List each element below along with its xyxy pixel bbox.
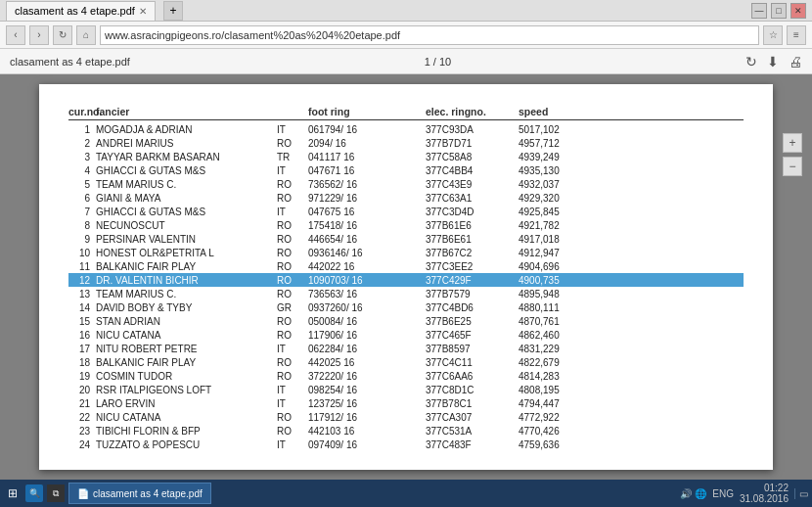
- menu-button[interactable]: ≡: [787, 25, 806, 45]
- cell-country: RO: [277, 412, 308, 423]
- forward-button[interactable]: ›: [29, 25, 49, 45]
- print-icon[interactable]: 🖨: [789, 54, 802, 69]
- cell-country: RO: [277, 275, 308, 286]
- cell-fancier: GHIACCI & GUTAS M&S: [96, 207, 277, 217]
- cell-country: IT: [277, 165, 308, 176]
- cell-footring: 061794/ 16: [308, 124, 426, 135]
- cell-elec: 377C465F: [426, 330, 519, 341]
- toolbar-actions: ↻ ⬇ 🖨: [745, 54, 802, 69]
- cell-num: 14: [68, 302, 96, 313]
- cell-num: 1: [68, 124, 96, 135]
- cell-country: RO: [277, 426, 308, 437]
- header-country: [277, 106, 308, 117]
- header-speed: speed: [519, 106, 607, 117]
- cell-num: 16: [68, 330, 96, 341]
- home-button[interactable]: ⌂: [76, 25, 96, 45]
- table-row: 6 GIANI & MAYA RO 971229/ 16 377C63A1 49…: [68, 191, 744, 205]
- search-button[interactable]: 🔍: [25, 484, 43, 502]
- tab-close-icon[interactable]: ✕: [139, 6, 147, 17]
- table-row: 11 BALKANIC FAIR PLAY RO 442022 16 377C3…: [68, 259, 744, 273]
- table-row: 19 COSMIN TUDOR RO 372220/ 16 377C6AA6 4…: [68, 369, 744, 383]
- cell-speed: 4880,111: [519, 302, 607, 313]
- cell-elec: 377B6E61: [426, 234, 519, 245]
- cell-speed: 4895,948: [519, 289, 607, 300]
- close-button[interactable]: ✕: [790, 3, 806, 19]
- task-view-button[interactable]: ⧉: [47, 484, 65, 502]
- cell-num: 13: [68, 289, 96, 300]
- url-input[interactable]: [100, 25, 759, 45]
- cell-footring: 117906/ 16: [308, 330, 426, 341]
- cell-footring: 117912/ 16: [308, 412, 426, 423]
- rotate-icon[interactable]: ↻: [745, 54, 757, 69]
- table-row: 13 TEAM MARIUS C. RO 736563/ 16 377B7579…: [68, 287, 744, 300]
- cell-elec: 377B7579: [426, 289, 519, 300]
- cell-elec: 377C43E9: [426, 179, 519, 190]
- cell-fancier: NITU ROBERT PETRE: [96, 344, 277, 354]
- cell-num: 23: [68, 426, 96, 437]
- cell-elec: 377C483F: [426, 439, 519, 450]
- cell-fancier: TEAM MARIUS C.: [96, 289, 277, 300]
- cell-fancier: TEAM MARIUS C.: [96, 179, 277, 190]
- table-row: 24 TUZZATO & POPESCU IT 097409/ 16 377C4…: [68, 438, 744, 451]
- side-controls: + −: [783, 133, 802, 176]
- table-row: 2 ANDREI MARIUS RO 2094/ 16 377B7D71 495…: [68, 136, 744, 150]
- cell-fancier: STAN ADRIAN: [96, 316, 277, 327]
- cell-num: 5: [68, 179, 96, 190]
- cell-elec: 377C93DA: [426, 124, 519, 135]
- zoom-in-button[interactable]: +: [783, 133, 802, 153]
- cell-elec: 377B67C2: [426, 248, 519, 258]
- download-icon[interactable]: ⬇: [767, 54, 779, 69]
- cell-elec: 377B7D71: [426, 138, 519, 149]
- maximize-button[interactable]: □: [771, 3, 787, 19]
- cell-elec: 377C429F: [426, 275, 519, 286]
- table-row: 18 BALKANIC FAIR PLAY RO 442025 16 377C4…: [68, 355, 744, 369]
- cell-footring: 175418/ 16: [308, 220, 426, 231]
- cell-num: 17: [68, 344, 96, 354]
- cell-num: 15: [68, 316, 96, 327]
- system-tray: 🔊 🌐: [680, 488, 706, 499]
- table-row: 7 GHIACCI & GUTAS M&S IT 047675 16 377C3…: [68, 205, 744, 218]
- table-row: 14 DAVID BOBY & TYBY GR 0937260/ 16 377C…: [68, 300, 744, 314]
- cell-country: RO: [277, 248, 308, 258]
- star-button[interactable]: ☆: [763, 25, 783, 45]
- cell-elec: 377C8D1C: [426, 385, 519, 395]
- title-bar-left: clasament as 4 etape.pdf ✕ +: [6, 1, 183, 21]
- start-button[interactable]: ⊞: [4, 484, 22, 502]
- cell-num: 4: [68, 165, 96, 176]
- cell-num: 7: [68, 207, 96, 217]
- browser-tab[interactable]: clasament as 4 etape.pdf ✕: [6, 1, 156, 21]
- window-controls: — □ ✕: [751, 3, 806, 19]
- cell-elec: 377B61E6: [426, 220, 519, 231]
- cell-speed: 4939,249: [519, 152, 607, 162]
- cell-country: IT: [277, 385, 308, 395]
- show-desktop-button[interactable]: ▭: [794, 488, 808, 499]
- back-button[interactable]: ‹: [6, 25, 25, 45]
- new-tab-button[interactable]: +: [163, 1, 183, 21]
- cell-speed: 4912,947: [519, 248, 607, 258]
- cell-footring: 047675 16: [308, 207, 426, 217]
- cell-fancier: NICU CATANA: [96, 330, 277, 341]
- cell-speed: 4921,782: [519, 220, 607, 231]
- cell-num: 19: [68, 371, 96, 382]
- header-elec: elec. ringno.: [426, 106, 519, 117]
- table-row: 10 HONEST OLR&PETRITA L RO 0936146/ 16 3…: [68, 246, 744, 259]
- cell-fancier: NICU CATANA: [96, 412, 277, 423]
- cell-country: RO: [277, 138, 308, 149]
- cell-elec: 377C63A1: [426, 193, 519, 204]
- cell-footring: 971229/ 16: [308, 193, 426, 204]
- cell-fancier: LARO ERVIN: [96, 398, 277, 409]
- cell-fancier: NECUNOSCUT: [96, 220, 277, 231]
- cell-elec: 377C3D4D: [426, 207, 519, 217]
- cell-elec: 377C4BB4: [426, 165, 519, 176]
- minimize-button[interactable]: —: [751, 3, 767, 19]
- cell-footring: 047671 16: [308, 165, 426, 176]
- cell-fancier: BALKANIC FAIR PLAY: [96, 261, 277, 272]
- cell-fancier: HONEST OLR&PETRITA L: [96, 248, 277, 258]
- zoom-out-button[interactable]: −: [783, 157, 802, 176]
- table-row: 22 NICU CATANA RO 117912/ 16 377CA307 47…: [68, 410, 744, 424]
- cell-num: 20: [68, 385, 96, 395]
- taskbar-app-pdf[interactable]: 📄 clasament as 4 etape.pdf: [68, 483, 211, 504]
- table-row: 23 TIBICHI FLORIN & BFP RO 442103 16 377…: [68, 424, 744, 438]
- refresh-button[interactable]: ↻: [53, 25, 72, 45]
- cell-country: RO: [277, 316, 308, 327]
